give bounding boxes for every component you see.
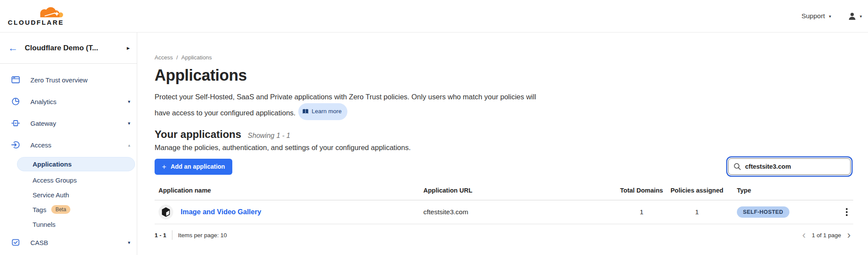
sidebar-item-service-auth[interactable]: Service Auth — [0, 187, 137, 202]
sidebar: ← Cloudflare Demo (T... ▶ Zero Trust ove… — [0, 33, 137, 255]
search-input[interactable] — [729, 163, 850, 170]
chevron-down-icon: ▾ — [128, 121, 130, 126]
sidebar-item-label: Access Groups — [33, 177, 77, 184]
items-per-page: Items per page: 10 — [178, 232, 227, 239]
cloudflare-logo: CLOUDFLARE — [8, 7, 73, 26]
sidebar-item-tunnels[interactable]: Tunnels — [0, 217, 137, 232]
column-header-type: Type — [737, 187, 840, 194]
support-label: Support — [802, 12, 825, 20]
pie-chart-icon — [11, 97, 20, 106]
application-cube-icon — [158, 205, 173, 219]
sidebar-item-analytics[interactable]: Analytics ▾ — [0, 91, 137, 112]
account-name: Cloudflare Demo (T... — [25, 44, 120, 52]
pagination-left: 1 - 1 Items per page: 10 — [155, 230, 227, 240]
casb-check-icon — [11, 238, 20, 247]
sidebar-item-label: Service Auth — [33, 191, 69, 199]
cell-total-domains: 1 — [617, 208, 667, 216]
application-link[interactable]: Image and Video Gallery — [181, 208, 261, 216]
section-header: Your applications Showing 1 - 1 — [155, 128, 853, 141]
pagination-right: ‹ 1 of 1 page › — [802, 231, 853, 239]
type-badge: SELF-HOSTED — [737, 206, 789, 218]
sidebar-item-label: CASB — [30, 239, 117, 246]
chevron-down-icon: ▾ — [829, 14, 831, 19]
chevron-up-icon: ▴ — [128, 143, 130, 147]
cloudflare-cloud-icon — [36, 7, 65, 18]
cell-application-name: Image and Video Gallery — [155, 205, 423, 219]
page-status: 1 of 1 page — [812, 232, 841, 239]
showing-count: Showing 1 - 1 — [248, 132, 290, 140]
column-header-application-url: Application URL — [423, 187, 617, 194]
back-arrow-icon[interactable]: ← — [8, 43, 18, 53]
breadcrumb: Access / Applications — [155, 54, 853, 61]
column-header-application-name: Application name — [155, 187, 423, 194]
sidebar-item-label: Applications — [33, 160, 72, 168]
support-menu[interactable]: Support ▾ — [802, 12, 831, 20]
table-row: Image and Video Gallery cftestsite3.com … — [155, 200, 853, 224]
toolbar: + Add an application — [155, 158, 853, 175]
chevron-down-icon: ▾ — [128, 240, 130, 245]
sidebar-item-label: Tunnels — [33, 221, 56, 228]
sidebar-item-label: Analytics — [30, 98, 117, 105]
search-box — [728, 158, 851, 175]
sidebar-item-gateway[interactable]: Gateway ▾ — [0, 112, 137, 134]
add-application-button[interactable]: + Add an application — [155, 159, 232, 175]
chevron-down-icon: ▾ — [860, 14, 862, 19]
sidebar-item-access-groups[interactable]: Access Groups — [0, 173, 137, 187]
applications-table: Application name Application URL Total D… — [155, 187, 853, 224]
pagination-divider — [172, 230, 172, 240]
chevron-right-icon[interactable]: ▶ — [127, 46, 130, 50]
logo-wordmark: CLOUDFLARE — [8, 19, 73, 26]
plus-icon: + — [162, 163, 166, 170]
topbar-actions: Support ▾ ▾ — [802, 12, 864, 21]
kebab-menu-icon[interactable] — [844, 206, 850, 218]
previous-page-icon[interactable]: ‹ — [802, 231, 805, 239]
breadcrumb-access[interactable]: Access — [155, 54, 173, 61]
page-description: Protect your Self-Hosted, SaaS and Priva… — [155, 90, 543, 120]
sidebar-item-label: Gateway — [30, 120, 117, 127]
section-title: Your applications — [155, 128, 241, 141]
user-icon — [848, 12, 857, 21]
pagination-range: 1 - 1 — [155, 232, 166, 239]
sidebar-item-tags[interactable]: Tags Beta — [0, 202, 137, 217]
account-header: ← Cloudflare Demo (T... ▶ — [0, 33, 137, 64]
learn-more-label: Learn more — [312, 105, 342, 118]
search-icon — [733, 163, 741, 170]
breadcrumb-applications[interactable]: Applications — [182, 54, 212, 61]
sidebar-item-label: Access — [30, 141, 118, 149]
beta-badge: Beta — [51, 205, 71, 214]
sidebar-nav: Zero Trust overview Analytics ▾ G — [0, 64, 137, 253]
section-description: Manage the policies, authentication, and… — [155, 144, 853, 152]
cell-actions — [840, 206, 853, 218]
cell-type: SELF-HOSTED — [737, 206, 840, 218]
table-header-row: Application name Application URL Total D… — [155, 187, 853, 200]
gateway-icon — [11, 119, 20, 128]
sidebar-item-label: Tags — [33, 206, 46, 213]
main-content: Access / Applications Applications Prote… — [137, 33, 868, 255]
login-arrow-icon — [11, 141, 20, 149]
sidebar-item-zero-trust-overview[interactable]: Zero Trust overview — [0, 69, 137, 91]
cell-application-url: cftestsite3.com — [423, 208, 617, 216]
add-application-label: Add an application — [171, 163, 225, 170]
learn-more-button[interactable]: Learn more — [298, 103, 347, 120]
sidebar-item-access[interactable]: Access ▴ — [0, 134, 137, 156]
window-icon — [11, 75, 20, 84]
breadcrumb-separator: / — [176, 54, 178, 61]
chevron-down-icon: ▾ — [128, 99, 130, 105]
user-account-menu[interactable]: ▾ — [848, 12, 864, 21]
page-title: Applications — [155, 66, 853, 85]
sidebar-item-casb[interactable]: CASB ▾ — [0, 232, 137, 253]
column-header-total-domains: Total Domains — [617, 187, 667, 194]
column-header-policies-assigned: Policies assigned — [667, 187, 727, 194]
sidebar-item-label: Zero Trust overview — [30, 76, 130, 84]
book-icon — [302, 108, 309, 114]
cell-policies-assigned: 1 — [667, 208, 727, 216]
next-page-icon[interactable]: › — [847, 231, 851, 239]
sidebar-item-applications[interactable]: Applications — [17, 157, 135, 171]
pagination: 1 - 1 Items per page: 10 ‹ 1 of 1 page › — [155, 230, 853, 240]
topbar: CLOUDFLARE Support ▾ ▾ — [0, 0, 868, 33]
